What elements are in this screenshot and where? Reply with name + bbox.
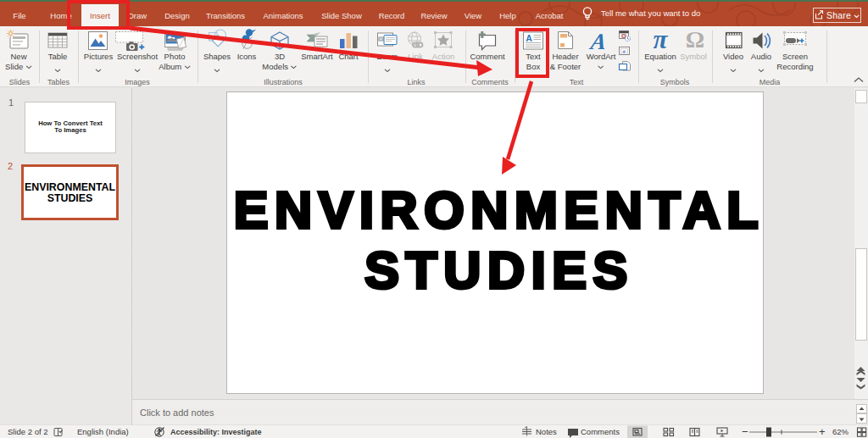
svg-text:π: π [654, 26, 669, 54]
svg-text:Ω: Ω [686, 26, 704, 53]
svg-text:A: A [587, 29, 608, 54]
